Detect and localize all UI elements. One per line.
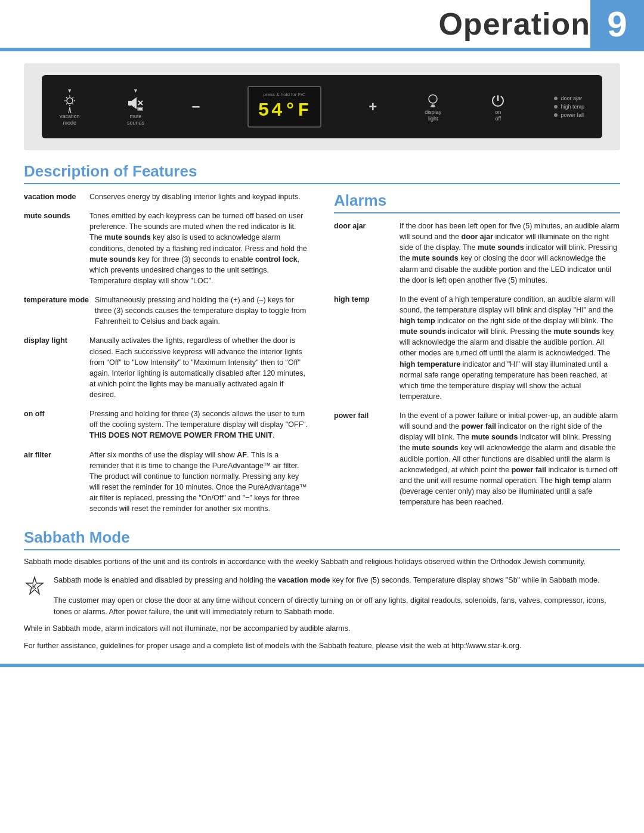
feature-mute-label: mute sounds bbox=[24, 210, 83, 286]
alarm-power-text: In the event of a power failure or initi… bbox=[400, 410, 620, 507]
feature-display-light: display light Manually activates the lig… bbox=[24, 335, 310, 400]
right-column: Alarms door ajar If the door has been le… bbox=[328, 191, 620, 522]
power-fail-indicator: power fall bbox=[554, 112, 584, 118]
temp-value: 54°F bbox=[258, 100, 311, 122]
vacation-mode-icon bbox=[61, 95, 79, 113]
feature-vacation-mode: vacation mode Conserves energy by disabl… bbox=[24, 191, 310, 202]
alarms-header: Alarms bbox=[334, 191, 620, 213]
alarm-door-ajar: door ajar If the door has been left open… bbox=[334, 221, 620, 286]
minus-button[interactable]: − bbox=[192, 98, 200, 115]
display-light-group: display light bbox=[424, 91, 442, 122]
mute-sounds-label: mute sounds bbox=[127, 113, 144, 126]
display-light-icon bbox=[424, 91, 442, 109]
main-content: vacation mode Conserves energy by disabl… bbox=[0, 191, 644, 522]
sabbath-note-text-1: Sabbath mode is enabled and disabled by … bbox=[54, 575, 620, 586]
svg-text:K: K bbox=[32, 584, 37, 590]
alarm-indicators: door ajar high temp power fall bbox=[554, 95, 584, 118]
top-divider bbox=[0, 48, 644, 51]
feature-mute-text: Tones emitted by each keypress can be tu… bbox=[89, 210, 310, 286]
feature-vacation-label: vacation mode bbox=[24, 191, 83, 202]
feature-onoff-label: on off bbox=[24, 408, 83, 441]
vacation-mode-group: ▼ vacation mode bbox=[60, 88, 80, 126]
sabbath-footer-2: For further assistance, guidelines for p… bbox=[24, 640, 620, 652]
feature-display-label: display light bbox=[24, 335, 83, 400]
sabbath-note-1: K Sabbath mode is enabled and disabled b… bbox=[24, 575, 620, 617]
feature-temp-label: temperature mode bbox=[24, 295, 89, 327]
feature-display-text: Manually activates the lights, regardles… bbox=[89, 335, 310, 400]
on-off-label: on off bbox=[495, 109, 501, 122]
alarm-power-label: power fail bbox=[334, 410, 394, 507]
alarm-door-text: If the door has been left open for five … bbox=[400, 221, 620, 286]
svg-line-6 bbox=[72, 103, 73, 104]
sabbath-header: Sabbath Mode bbox=[24, 528, 620, 550]
plus-button[interactable]: + bbox=[369, 98, 377, 115]
svg-rect-16 bbox=[138, 108, 142, 110]
sabbath-section: Sabbath Mode Sabbath mode disables porti… bbox=[0, 528, 644, 652]
alarm-high-temp: high temp In the event of a high tempera… bbox=[334, 294, 620, 402]
alarm-door-label: door ajar bbox=[334, 221, 394, 286]
high-temp-label: high temp bbox=[561, 104, 584, 110]
alarm-high-text: In the event of a high temperature condi… bbox=[400, 294, 620, 402]
sabbath-footer-1: While in Sabbath mode, alarm indicators … bbox=[24, 623, 620, 634]
feature-on-off: on off Pressing and holding for three (3… bbox=[24, 408, 310, 441]
alarm-power-fail: power fail In the event of a power failu… bbox=[334, 410, 620, 507]
svg-rect-11 bbox=[128, 101, 132, 106]
page-title: Operation bbox=[0, 0, 590, 48]
sabbath-intro: Sabbath mode disables portions of the un… bbox=[24, 556, 620, 568]
svg-line-10 bbox=[70, 107, 71, 113]
alarm-high-label: high temp bbox=[334, 294, 394, 402]
page-number: 9 bbox=[590, 0, 644, 48]
mute-sounds-icon bbox=[127, 95, 145, 113]
feature-temp-text: Simultaneously pressing and holding the … bbox=[95, 295, 310, 327]
svg-line-8 bbox=[66, 103, 67, 104]
on-off-icon bbox=[489, 91, 507, 109]
temperature-display: press & hold for F/C 54°F bbox=[247, 86, 322, 128]
svg-line-5 bbox=[66, 97, 67, 98]
feature-air-text: After six months of use the display will… bbox=[89, 450, 310, 515]
sabbath-note-text-2: The customer may open or close the door … bbox=[54, 595, 620, 618]
description-header: Description of Features bbox=[24, 162, 620, 184]
svg-line-7 bbox=[72, 97, 73, 98]
left-column: vacation mode Conserves energy by disabl… bbox=[24, 191, 328, 522]
high-temp-indicator: high temp bbox=[554, 104, 584, 110]
mute-sounds-group: ▼ mute sounds bbox=[127, 88, 145, 126]
feature-air-filter: air filter After six months of use the d… bbox=[24, 450, 310, 515]
star-k-icon: K bbox=[24, 576, 45, 602]
feature-mute-sounds: mute sounds Tones emitted by each keypre… bbox=[24, 210, 310, 286]
door-ajar-label: door ajar bbox=[561, 95, 582, 101]
svg-marker-12 bbox=[132, 97, 137, 109]
power-fail-dot bbox=[554, 113, 558, 117]
control-panel-area: ▼ vacation mode bbox=[24, 63, 620, 150]
svg-point-0 bbox=[67, 98, 73, 104]
on-off-group: on off bbox=[489, 91, 507, 122]
power-fail-label: power fall bbox=[561, 112, 584, 118]
vacation-mode-label: vacation mode bbox=[60, 113, 80, 126]
bottom-divider bbox=[0, 664, 644, 667]
display-light-label: display light bbox=[425, 109, 441, 122]
svg-point-17 bbox=[429, 95, 437, 103]
door-ajar-indicator: door ajar bbox=[554, 95, 584, 101]
page-header: Operation 9 bbox=[0, 0, 644, 48]
high-temp-dot bbox=[554, 105, 558, 109]
door-ajar-dot bbox=[554, 97, 558, 100]
feature-temperature-mode: temperature mode Simultaneously pressing… bbox=[24, 295, 310, 327]
feature-onoff-text: Pressing and holding for three (3) secon… bbox=[89, 408, 310, 441]
control-panel: ▼ vacation mode bbox=[42, 75, 602, 138]
feature-vacation-text: Conserves energy by disabling interior l… bbox=[89, 191, 310, 202]
feature-air-label: air filter bbox=[24, 450, 83, 515]
press-hold-label: press & hold for F/C bbox=[263, 92, 305, 97]
